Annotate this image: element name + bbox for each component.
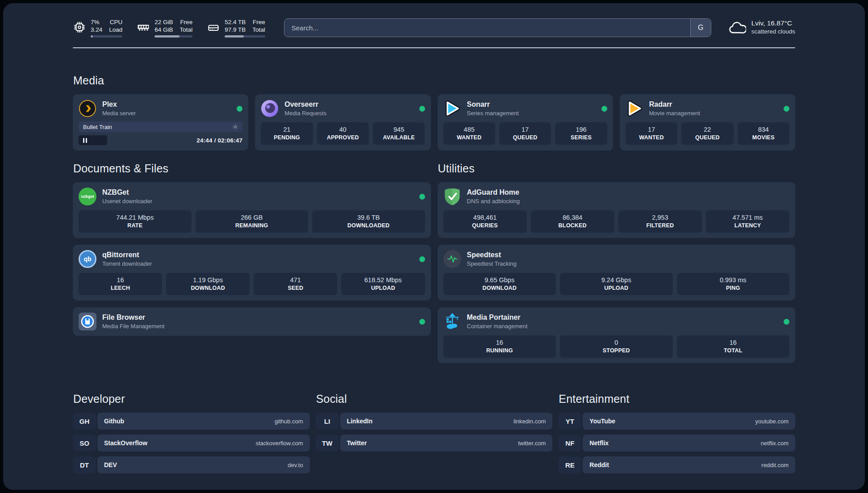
bookmark-link-netflix[interactable]: NF Netflix netflix.com — [558, 435, 795, 451]
app-card-overseerr[interactable]: Overseerr Media Requests 21 PENDING 40 A… — [255, 94, 430, 150]
pause-button[interactable] — [79, 135, 107, 145]
search-engine-button[interactable]: G — [690, 19, 711, 37]
cpu-usage-label: CPU — [109, 18, 122, 26]
bookmark-name: Twitter — [347, 439, 367, 447]
app-card-speedtest[interactable]: Speedtest Speedtest Tracking 9.65 Gbps D… — [438, 245, 796, 301]
stat-tile-remaining: 266 GB REMAINING — [196, 210, 309, 233]
stat-tile-upload: 618.52 Mbps UPLOAD — [341, 273, 425, 295]
bookmark-link-twitter[interactable]: TW Twitter twitter.com — [316, 435, 553, 451]
stat-tile-total: 16 TOTAL — [677, 335, 790, 358]
bookmark-url: linkedin.com — [513, 418, 546, 425]
storage-total-label: Total — [252, 26, 265, 33]
cpu-stat: 7% 3.24 CPU Load — [73, 18, 122, 38]
status-indicator — [419, 256, 425, 262]
storage-progress-bar — [225, 35, 265, 38]
app-description: Usenet downloader — [102, 198, 152, 205]
weather-widget: Lviv, 16.87°C scattered clouds — [728, 19, 795, 35]
weather-location-temperature: Lviv, 16.87°C — [751, 19, 795, 27]
section-title-utilities: Utilities — [438, 162, 796, 175]
bookmark-link-dev[interactable]: DT DEV dev.to — [73, 456, 310, 473]
plex-icon — [79, 100, 96, 117]
playback-time: 24:44 / 02:06:47 — [196, 137, 242, 144]
memory-free-label: Free — [180, 18, 193, 26]
stat-tile-running: 16 RUNNING — [443, 335, 556, 358]
app-description: Container management — [467, 323, 528, 330]
memory-progress-bar — [154, 35, 192, 38]
speedtest-icon — [443, 250, 461, 268]
adguard-icon — [443, 188, 461, 205]
storage-free-value: 52.4 TB — [225, 18, 246, 26]
bookmark-abbr: SO — [73, 435, 96, 451]
sonarr-icon — [443, 100, 461, 117]
app-card-filebrowser[interactable]: File Browser Media File Management — [73, 307, 431, 336]
app-card-sonarr[interactable]: Sonarr Series management 485 WANTED 17 Q… — [438, 94, 613, 150]
stat-tile-filtered: 2,953 FILTERED — [618, 210, 702, 233]
app-title: Speedtest — [467, 251, 517, 259]
app-card-nzbget[interactable]: nzbget NZBGet Usenet downloader 744.21 M… — [73, 182, 431, 238]
filebrowser-icon — [79, 313, 96, 330]
nzbget-icon: nzbget — [79, 188, 96, 205]
app-title: Overseerr — [284, 100, 326, 109]
app-card-qbittorrent[interactable]: qb qBittorrent Torrent downloader 16 LEE… — [73, 245, 431, 301]
app-title: qBittorrent — [102, 251, 152, 259]
bookmark-url: reddit.com — [761, 462, 789, 468]
storage-total-value: 97.9 TB — [225, 26, 246, 33]
bookmark-abbr: GH — [73, 413, 96, 430]
pause-icon — [83, 138, 84, 143]
bookmark-link-youtube[interactable]: YT YouTube youtube.com — [558, 413, 795, 430]
stat-tile-queued: 17 QUEUED — [499, 122, 551, 145]
memory-total-value: 64 GiB — [154, 26, 173, 33]
memory-stat: 22 GiB 64 GiB Free Total — [137, 18, 192, 38]
bookmark-abbr: DT — [73, 456, 96, 473]
bookmark-link-reddit[interactable]: RE Reddit reddit.com — [558, 456, 795, 473]
bookmark-name: DEV — [104, 461, 117, 468]
bookmark-link-linkedin[interactable]: LI LinkedIn linkedin.com — [316, 413, 553, 430]
bookmark-abbr: TW — [316, 435, 339, 451]
app-title: NZBGet — [102, 188, 152, 196]
memory-total-label: Total — [180, 26, 193, 33]
radarr-icon — [626, 100, 643, 117]
bookmark-link-stackoverflow[interactable]: SO StackOverflow stackoverflow.com — [73, 435, 310, 451]
portainer-icon — [443, 313, 461, 330]
stat-tile-series: 196 SERIES — [555, 122, 607, 145]
app-description: Series management — [467, 110, 519, 117]
bookmark-url: dev.to — [288, 462, 303, 468]
section-title-documents: Documents & Files — [73, 162, 431, 175]
app-card-plex[interactable]: Plex Media server Bullet Train — [73, 94, 248, 150]
stat-tile-ping: 0.993 ms PING — [677, 273, 790, 295]
bookmark-url: github.com — [275, 418, 303, 425]
stat-tile-approved: 40 APPROVED — [317, 122, 369, 145]
bookmark-link-github[interactable]: GH Github github.com — [73, 413, 310, 430]
stat-tile-wanted: 485 WANTED — [443, 122, 495, 145]
bookmark-name: StackOverflow — [104, 439, 147, 447]
app-title: AdGuard Home — [467, 188, 520, 196]
gear-icon[interactable] — [232, 123, 239, 130]
bookmark-url: stackoverflow.com — [255, 440, 303, 447]
status-indicator — [419, 106, 425, 112]
app-card-adguard[interactable]: AdGuard Home DNS and adblocking 498,461 … — [438, 182, 796, 238]
search-input[interactable] — [284, 19, 690, 37]
app-description: Torrent downloader — [102, 260, 152, 267]
stat-tile-wanted: 17 WANTED — [626, 122, 677, 145]
bookmark-abbr: YT — [558, 413, 581, 430]
cpu-progress-bar — [91, 35, 122, 38]
status-indicator — [784, 319, 789, 325]
bookmark-name: YouTube — [589, 418, 615, 425]
app-description: Movie management — [649, 110, 700, 117]
stat-tile-upload: 9.24 Gbps UPLOAD — [560, 273, 673, 295]
bookmark-abbr: NF — [558, 435, 581, 451]
app-card-radarr[interactable]: Radarr Movie management 17 WANTED 22 QUE… — [620, 94, 795, 150]
bookmark-name: Reddit — [589, 461, 609, 468]
cpu-load-label: Load — [109, 26, 122, 33]
stat-tile-queries: 498,461 QUERIES — [443, 210, 527, 233]
section-title-developer: Developer — [73, 393, 310, 405]
qbittorrent-icon: qb — [79, 250, 96, 268]
status-indicator — [237, 106, 242, 112]
stat-tile-movies: 834 MOVIES — [738, 122, 789, 145]
section-title-media: Media — [73, 74, 795, 87]
now-playing-title: Bullet Train — [83, 124, 112, 130]
stat-tile-available: 945 AVAILABLE — [373, 122, 425, 145]
overseerr-icon — [261, 100, 279, 117]
app-card-portainer[interactable]: Media Portainer Container management 16 … — [438, 307, 796, 363]
stat-tile-latency: 47.571 ms LATENCY — [706, 210, 789, 233]
